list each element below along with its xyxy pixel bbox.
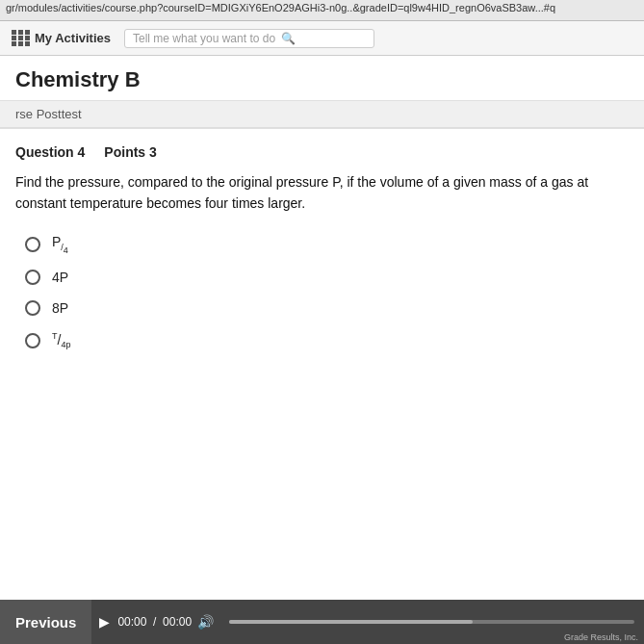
- search-placeholder-text: Tell me what you want to do: [133, 32, 275, 45]
- question-number: Question 4: [15, 144, 85, 160]
- list-item[interactable]: P/4: [25, 234, 629, 255]
- list-item[interactable]: 4P: [25, 270, 629, 285]
- options-list: P/4 4P 8P T/4p: [15, 234, 629, 350]
- previous-button[interactable]: Previous: [0, 600, 91, 644]
- list-item[interactable]: 8P: [25, 300, 629, 316]
- radio-option-3[interactable]: [25, 300, 40, 316]
- url-text: gr/modules/activities/course.php?courseI…: [6, 2, 555, 13]
- my-activities-button[interactable]: My Activities: [4, 26, 118, 50]
- time-current: 00:00: [117, 615, 146, 629]
- address-bar: gr/modules/activities/course.php?courseI…: [0, 0, 644, 21]
- my-activities-label: My Activities: [35, 31, 111, 45]
- radio-option-4[interactable]: [25, 333, 40, 348]
- search-icon: 🔍: [281, 32, 296, 45]
- time-display: 00:00 / 00:00: [117, 615, 192, 629]
- question-points: Points 3: [104, 144, 156, 160]
- radio-option-1[interactable]: [25, 237, 40, 252]
- option-label-1: P/4: [52, 234, 68, 255]
- grid-icon: [12, 30, 31, 46]
- main-content: Chemistry B rse Posttest Question 4 Poin…: [0, 56, 644, 600]
- option-label-3: 8P: [52, 300, 68, 316]
- footer-credit: Grade Results, Inc.: [558, 631, 644, 644]
- nav-bar: My Activities Tell me what you want to d…: [0, 21, 644, 56]
- radio-option-2[interactable]: [25, 270, 40, 285]
- option-label-4: T/4p: [52, 331, 70, 349]
- volume-icon[interactable]: 🔊: [192, 614, 219, 630]
- time-total: 00:00: [163, 615, 192, 629]
- search-bar[interactable]: Tell me what you want to do 🔍: [124, 29, 374, 48]
- question-area: Question 4 Points 3 Find the pressure, c…: [0, 129, 644, 360]
- list-item[interactable]: T/4p: [25, 331, 629, 349]
- question-header: Question 4 Points 3: [15, 144, 629, 160]
- course-title: Chemistry B: [15, 67, 629, 92]
- course-title-bar: Chemistry B: [0, 56, 644, 101]
- section-label: rse Posttest: [0, 101, 644, 128]
- question-text: Find the pressure, compared to the origi…: [15, 171, 629, 215]
- play-button[interactable]: ▶: [91, 614, 117, 630]
- progress-bar-fill: [229, 620, 473, 624]
- progress-bar[interactable]: [229, 620, 634, 624]
- option-label-2: 4P: [52, 270, 68, 285]
- bottom-bar: Previous ▶ 00:00 / 00:00 🔊 Grade Results…: [0, 600, 644, 644]
